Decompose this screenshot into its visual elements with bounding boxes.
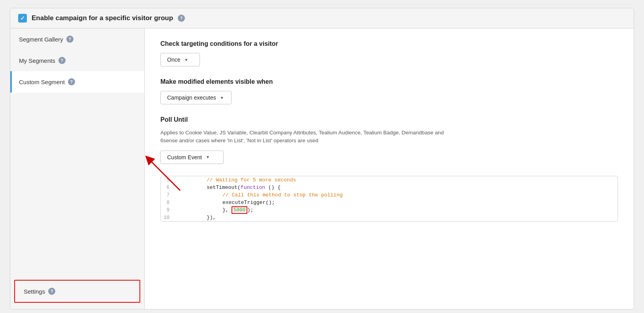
sidebar-item-my-segments[interactable]: My Segments ? bbox=[10, 50, 144, 71]
my-segments-help-icon[interactable]: ? bbox=[58, 57, 66, 64]
code-highlight-5000: 5000 bbox=[232, 206, 247, 214]
make-visible-section: Make modified elements visible when Camp… bbox=[160, 78, 618, 104]
make-visible-title: Make modified elements visible when bbox=[160, 78, 618, 85]
segment-gallery-help-icon[interactable]: ? bbox=[66, 36, 73, 43]
poll-until-title: Poll Until bbox=[160, 116, 618, 123]
custom-event-arrow: ▼ bbox=[206, 155, 210, 159]
check-targeting-title: Check targeting conditions for a visitor bbox=[160, 40, 618, 47]
panel-body: Segment Gallery ? My Segments ? Custom S… bbox=[10, 28, 634, 309]
custom-segment-help-icon[interactable]: ? bbox=[68, 78, 75, 85]
sidebar-spacer bbox=[10, 92, 144, 280]
custom-event-dropdown[interactable]: Custom Event ▼ bbox=[160, 151, 224, 164]
sidebar-label-segment-gallery: Segment Gallery bbox=[19, 36, 63, 43]
code-line-6: 6 setTimeout(function () { bbox=[161, 184, 618, 191]
sidebar-item-segment-gallery[interactable]: Segment Gallery ? bbox=[10, 28, 144, 50]
once-dropdown[interactable]: Once ▼ bbox=[160, 53, 200, 66]
code-line-9: 9 }, 5000); bbox=[161, 206, 618, 214]
header-help-icon[interactable]: ? bbox=[178, 15, 185, 22]
poll-until-description: Applies to Cookie Value, JS Variable, Cl… bbox=[160, 129, 457, 145]
panel-header: Enable campaign for a specific visitor g… bbox=[10, 8, 634, 28]
enable-checkbox[interactable] bbox=[18, 14, 27, 23]
sidebar: Segment Gallery ? My Segments ? Custom S… bbox=[10, 28, 145, 309]
code-block: 5 // Waiting for 5 more seconds 6 setTim… bbox=[160, 176, 618, 222]
once-dropdown-arrow: ▼ bbox=[184, 58, 188, 62]
main-content: Check targeting conditions for a visitor… bbox=[145, 28, 634, 309]
sidebar-label-my-segments: My Segments bbox=[19, 57, 55, 64]
check-targeting-section: Check targeting conditions for a visitor… bbox=[160, 40, 618, 66]
campaign-executes-arrow: ▼ bbox=[220, 96, 224, 100]
code-line-5: 5 // Waiting for 5 more seconds bbox=[161, 176, 618, 184]
sidebar-item-custom-segment[interactable]: Custom Segment ? bbox=[10, 71, 144, 92]
settings-button[interactable]: Settings ? bbox=[14, 280, 140, 303]
panel-title: Enable campaign for a specific visitor g… bbox=[32, 14, 173, 22]
settings-help-icon[interactable]: ? bbox=[48, 288, 55, 295]
sidebar-label-custom-segment: Custom Segment bbox=[19, 79, 65, 85]
poll-until-section: Poll Until Applies to Cookie Value, JS V… bbox=[160, 116, 618, 164]
code-line-10: 10 }), bbox=[161, 214, 618, 221]
settings-label: Settings bbox=[24, 288, 45, 295]
code-line-7: 7 // Call this method to stop the pollin… bbox=[161, 191, 618, 199]
main-panel: Enable campaign for a specific visitor g… bbox=[10, 8, 634, 309]
campaign-executes-dropdown[interactable]: Campaign executes ▼ bbox=[160, 91, 232, 104]
code-line-8: 8 executeTrigger(); bbox=[161, 199, 618, 206]
